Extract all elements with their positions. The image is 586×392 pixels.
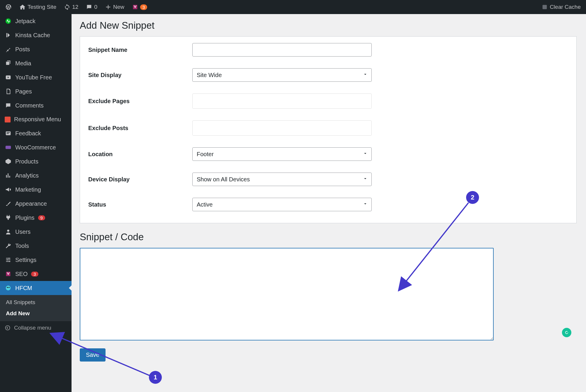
cache-icon xyxy=(541,4,548,10)
site-display-value: Site Wide xyxy=(197,72,222,79)
main-content: Add New Snippet Snippet Name Site Displa… xyxy=(72,14,585,392)
exclude-posts-label: Exclude Posts xyxy=(88,125,192,132)
svg-point-9 xyxy=(6,286,11,291)
updates-link[interactable]: 12 xyxy=(61,0,81,14)
sidebar-item-analytics[interactable]: Analytics xyxy=(0,168,72,183)
sidebar-item-label: YouTube Free xyxy=(15,74,52,81)
sidebar-item-label: Plugins xyxy=(15,214,35,221)
sidebar-item-label: Comments xyxy=(15,102,44,109)
sidebar-item-woocommerce[interactable]: WooCommerce xyxy=(0,140,72,154)
sidebar-item-seo[interactable]: SEO 3 xyxy=(0,267,72,281)
site-display-select[interactable]: Site Wide xyxy=(192,68,372,82)
sidebar-item-label: Pages xyxy=(15,88,32,95)
responsive-menu-icon xyxy=(5,117,11,122)
grammarly-icon[interactable] xyxy=(562,328,571,337)
site-link[interactable]: Testing Site xyxy=(16,0,59,14)
admin-toolbar: Testing Site 12 0 New 3 xyxy=(0,0,586,14)
sidebar-item-youtube[interactable]: YouTube Free xyxy=(0,70,72,84)
svg-point-1 xyxy=(6,18,11,24)
sidebar-item-settings[interactable]: Settings xyxy=(0,253,72,267)
exclude-pages-label: Exclude Pages xyxy=(88,98,192,105)
new-label: New xyxy=(113,4,124,10)
sidebar-item-label: Tools xyxy=(15,243,29,249)
save-button[interactable]: Save xyxy=(80,348,106,362)
sidebar-item-feedback[interactable]: Feedback xyxy=(0,126,72,140)
sidebar-item-label: Media xyxy=(15,60,31,67)
sidebar-item-media[interactable]: Media xyxy=(0,56,72,70)
svg-point-12 xyxy=(6,326,10,330)
svg-point-5 xyxy=(7,230,9,232)
clear-cache-link[interactable]: Clear Cache xyxy=(539,0,584,14)
device-display-label: Device Display xyxy=(88,176,192,183)
svg-point-10 xyxy=(7,287,8,288)
comment-icon xyxy=(5,102,12,109)
code-textarea[interactable] xyxy=(80,248,494,340)
play-icon xyxy=(5,74,12,81)
location-label: Location xyxy=(88,151,192,158)
sidebar-item-responsive-menu[interactable]: Responsive Menu xyxy=(0,113,72,126)
sidebar-item-users[interactable]: Users xyxy=(0,225,72,239)
device-display-select[interactable]: Show on All Devices xyxy=(192,173,372,186)
comments-link[interactable]: 0 xyxy=(83,0,100,14)
sidebar-item-posts[interactable]: Posts xyxy=(0,42,72,56)
sidebar-item-pages[interactable]: Pages xyxy=(0,84,72,98)
snippet-name-input[interactable] xyxy=(192,43,372,57)
sub-item-all-snippets[interactable]: All Snippets xyxy=(0,297,72,308)
sidebar-item-appearance[interactable]: Appearance xyxy=(0,197,72,211)
wp-logo[interactable] xyxy=(2,0,15,14)
sub-item-add-new[interactable]: Add New xyxy=(0,308,72,319)
exclude-posts-input[interactable] xyxy=(192,120,372,136)
sidebar-item-label: Marketing xyxy=(15,186,41,193)
status-label: Status xyxy=(88,201,192,208)
yoast-badge: 3 xyxy=(140,4,147,10)
sidebar-item-products[interactable]: Products xyxy=(0,154,72,168)
sidebar-item-comments[interactable]: Comments xyxy=(0,98,72,113)
sidebar-item-label: SEO xyxy=(15,271,28,277)
svg-point-8 xyxy=(9,261,10,262)
products-icon xyxy=(5,158,12,165)
sidebar-item-label: HFCM xyxy=(15,285,32,292)
sidebar-item-jetpack[interactable]: Jetpack xyxy=(0,14,72,28)
sidebar-item-tools[interactable]: Tools xyxy=(0,239,72,253)
jetpack-icon xyxy=(5,18,12,25)
svg-point-7 xyxy=(7,259,8,260)
plugins-badge: 9 xyxy=(38,215,45,220)
sidebar-item-hfcm[interactable]: HFCM xyxy=(0,281,72,295)
chevron-down-icon xyxy=(363,201,368,208)
svg-rect-0 xyxy=(543,5,547,9)
sidebar-item-label: Settings xyxy=(15,257,36,263)
clear-cache-label: Clear Cache xyxy=(550,4,581,10)
wrench-icon xyxy=(5,242,12,249)
sidebar-item-label: Posts xyxy=(15,46,30,53)
chevron-down-icon xyxy=(363,72,368,79)
kinsta-icon xyxy=(5,32,12,39)
woocommerce-icon xyxy=(5,144,12,151)
form-panel: Snippet Name Site Display Site Wide Excl… xyxy=(80,36,577,223)
megaphone-icon xyxy=(5,186,12,193)
pin-icon xyxy=(5,46,12,53)
sidebar-item-label: Appearance xyxy=(15,200,47,207)
location-select[interactable]: Footer xyxy=(192,147,372,161)
collapse-menu[interactable]: Collapse menu xyxy=(0,321,72,335)
refresh-icon xyxy=(64,4,70,10)
sidebar-item-marketing[interactable]: Marketing xyxy=(0,183,72,197)
updates-count: 12 xyxy=(72,4,78,10)
analytics-icon xyxy=(5,172,12,179)
admin-sidebar: Jetpack Kinsta Cache Posts Media YouTube… xyxy=(0,14,72,392)
device-display-value: Show on All Devices xyxy=(197,176,250,183)
sidebar-item-kinsta[interactable]: Kinsta Cache xyxy=(0,28,72,42)
status-select[interactable]: Active xyxy=(192,198,372,211)
new-content-link[interactable]: New xyxy=(102,0,127,14)
plus-icon xyxy=(105,4,111,10)
pages-icon xyxy=(5,88,12,95)
page-title: Add New Snippet xyxy=(80,20,577,31)
snippet-name-label: Snippet Name xyxy=(88,47,192,53)
svg-point-11 xyxy=(9,287,10,288)
exclude-pages-input[interactable] xyxy=(192,93,372,109)
feedback-icon xyxy=(5,130,12,137)
chevron-down-icon xyxy=(363,151,368,158)
hfcm-icon xyxy=(5,284,12,292)
sidebar-item-plugins[interactable]: Plugins 9 xyxy=(0,211,72,225)
sidebar-item-label: Kinsta Cache xyxy=(15,32,50,39)
yoast-link[interactable]: 3 xyxy=(129,0,150,14)
